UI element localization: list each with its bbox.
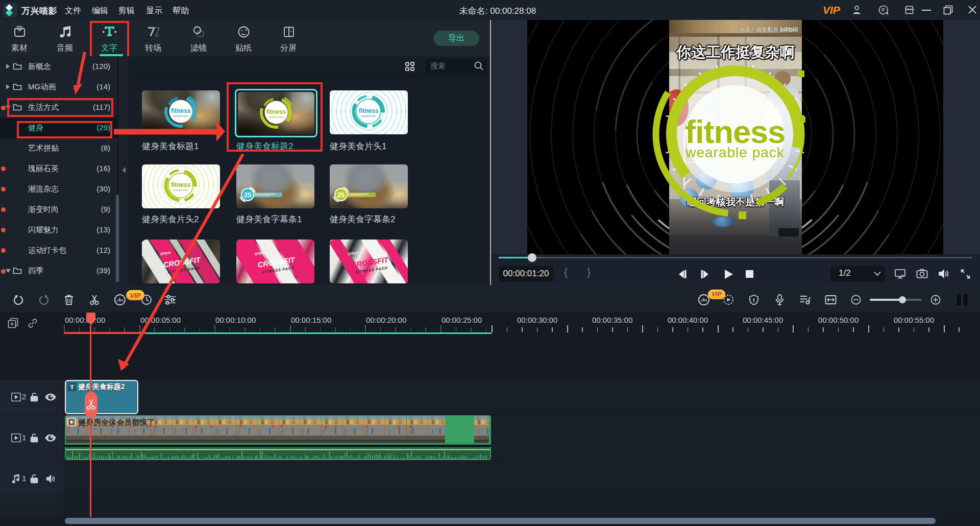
- svg-text:@4pm: @4pm: [348, 251, 359, 256]
- svg-text:wearable pack: wearable pack: [173, 115, 188, 117]
- svg-text:25: 25: [244, 191, 251, 199]
- svg-text:fitness: fitness: [171, 107, 191, 114]
- svg-text:wearable pack: wearable pack: [361, 115, 376, 117]
- svg-text:健身房全体会员都惊了: 健身房全体会员都惊了: [78, 418, 155, 426]
- svg-text:fitness: fitness: [359, 107, 379, 114]
- svg-text:wearable pack: wearable pack: [173, 189, 188, 192]
- svg-text:wearable pack: wearable pack: [685, 145, 785, 160]
- svg-text:25: 25: [337, 191, 345, 199]
- svg-text:fitness: fitness: [171, 181, 191, 188]
